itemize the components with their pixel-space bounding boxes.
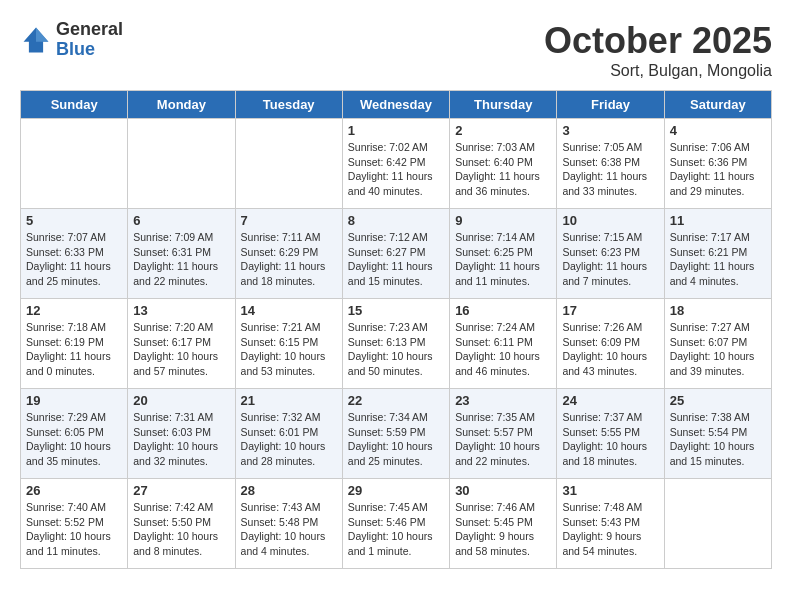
day-number: 30 — [455, 483, 551, 498]
day-number: 9 — [455, 213, 551, 228]
calendar-cell: 23Sunrise: 7:35 AMSunset: 5:57 PMDayligh… — [450, 389, 557, 479]
page-header: General Blue October 2025 Sort, Bulgan, … — [20, 20, 772, 80]
calendar-cell — [21, 119, 128, 209]
calendar-cell: 28Sunrise: 7:43 AMSunset: 5:48 PMDayligh… — [235, 479, 342, 569]
day-number: 31 — [562, 483, 658, 498]
header-row: SundayMondayTuesdayWednesdayThursdayFrid… — [21, 91, 772, 119]
day-number: 20 — [133, 393, 229, 408]
calendar-cell: 9Sunrise: 7:14 AMSunset: 6:25 PMDaylight… — [450, 209, 557, 299]
day-info: Sunrise: 7:43 AMSunset: 5:48 PMDaylight:… — [241, 500, 337, 559]
day-number: 5 — [26, 213, 122, 228]
day-info: Sunrise: 7:35 AMSunset: 5:57 PMDaylight:… — [455, 410, 551, 469]
logo-general-text: General — [56, 20, 123, 40]
calendar-cell: 3Sunrise: 7:05 AMSunset: 6:38 PMDaylight… — [557, 119, 664, 209]
month-title: October 2025 — [544, 20, 772, 62]
weekday-header: Sunday — [21, 91, 128, 119]
calendar-cell: 16Sunrise: 7:24 AMSunset: 6:11 PMDayligh… — [450, 299, 557, 389]
calendar-cell: 8Sunrise: 7:12 AMSunset: 6:27 PMDaylight… — [342, 209, 449, 299]
day-info: Sunrise: 7:26 AMSunset: 6:09 PMDaylight:… — [562, 320, 658, 379]
day-info: Sunrise: 7:38 AMSunset: 5:54 PMDaylight:… — [670, 410, 766, 469]
calendar-cell: 31Sunrise: 7:48 AMSunset: 5:43 PMDayligh… — [557, 479, 664, 569]
calendar-cell: 7Sunrise: 7:11 AMSunset: 6:29 PMDaylight… — [235, 209, 342, 299]
calendar-cell: 15Sunrise: 7:23 AMSunset: 6:13 PMDayligh… — [342, 299, 449, 389]
day-info: Sunrise: 7:17 AMSunset: 6:21 PMDaylight:… — [670, 230, 766, 289]
calendar-cell: 21Sunrise: 7:32 AMSunset: 6:01 PMDayligh… — [235, 389, 342, 479]
calendar-body: 1Sunrise: 7:02 AMSunset: 6:42 PMDaylight… — [21, 119, 772, 569]
calendar-cell — [235, 119, 342, 209]
calendar-week-row: 26Sunrise: 7:40 AMSunset: 5:52 PMDayligh… — [21, 479, 772, 569]
day-number: 27 — [133, 483, 229, 498]
calendar-cell: 2Sunrise: 7:03 AMSunset: 6:40 PMDaylight… — [450, 119, 557, 209]
day-info: Sunrise: 7:18 AMSunset: 6:19 PMDaylight:… — [26, 320, 122, 379]
day-number: 3 — [562, 123, 658, 138]
day-info: Sunrise: 7:06 AMSunset: 6:36 PMDaylight:… — [670, 140, 766, 199]
calendar-cell: 12Sunrise: 7:18 AMSunset: 6:19 PMDayligh… — [21, 299, 128, 389]
day-info: Sunrise: 7:09 AMSunset: 6:31 PMDaylight:… — [133, 230, 229, 289]
day-info: Sunrise: 7:14 AMSunset: 6:25 PMDaylight:… — [455, 230, 551, 289]
day-number: 18 — [670, 303, 766, 318]
calendar-week-row: 5Sunrise: 7:07 AMSunset: 6:33 PMDaylight… — [21, 209, 772, 299]
weekday-header: Saturday — [664, 91, 771, 119]
calendar-cell: 14Sunrise: 7:21 AMSunset: 6:15 PMDayligh… — [235, 299, 342, 389]
day-info: Sunrise: 7:45 AMSunset: 5:46 PMDaylight:… — [348, 500, 444, 559]
day-number: 2 — [455, 123, 551, 138]
day-info: Sunrise: 7:42 AMSunset: 5:50 PMDaylight:… — [133, 500, 229, 559]
day-number: 6 — [133, 213, 229, 228]
calendar-cell: 27Sunrise: 7:42 AMSunset: 5:50 PMDayligh… — [128, 479, 235, 569]
calendar-cell: 18Sunrise: 7:27 AMSunset: 6:07 PMDayligh… — [664, 299, 771, 389]
calendar-week-row: 19Sunrise: 7:29 AMSunset: 6:05 PMDayligh… — [21, 389, 772, 479]
day-info: Sunrise: 7:07 AMSunset: 6:33 PMDaylight:… — [26, 230, 122, 289]
day-number: 17 — [562, 303, 658, 318]
day-info: Sunrise: 7:40 AMSunset: 5:52 PMDaylight:… — [26, 500, 122, 559]
day-info: Sunrise: 7:29 AMSunset: 6:05 PMDaylight:… — [26, 410, 122, 469]
day-info: Sunrise: 7:21 AMSunset: 6:15 PMDaylight:… — [241, 320, 337, 379]
day-info: Sunrise: 7:46 AMSunset: 5:45 PMDaylight:… — [455, 500, 551, 559]
calendar-cell: 6Sunrise: 7:09 AMSunset: 6:31 PMDaylight… — [128, 209, 235, 299]
calendar-cell: 20Sunrise: 7:31 AMSunset: 6:03 PMDayligh… — [128, 389, 235, 479]
day-number: 26 — [26, 483, 122, 498]
day-info: Sunrise: 7:34 AMSunset: 5:59 PMDaylight:… — [348, 410, 444, 469]
day-number: 24 — [562, 393, 658, 408]
weekday-header: Tuesday — [235, 91, 342, 119]
day-info: Sunrise: 7:15 AMSunset: 6:23 PMDaylight:… — [562, 230, 658, 289]
day-info: Sunrise: 7:24 AMSunset: 6:11 PMDaylight:… — [455, 320, 551, 379]
calendar-cell: 11Sunrise: 7:17 AMSunset: 6:21 PMDayligh… — [664, 209, 771, 299]
title-block: October 2025 Sort, Bulgan, Mongolia — [544, 20, 772, 80]
day-info: Sunrise: 7:12 AMSunset: 6:27 PMDaylight:… — [348, 230, 444, 289]
day-number: 8 — [348, 213, 444, 228]
calendar-cell: 13Sunrise: 7:20 AMSunset: 6:17 PMDayligh… — [128, 299, 235, 389]
calendar-cell: 10Sunrise: 7:15 AMSunset: 6:23 PMDayligh… — [557, 209, 664, 299]
day-info: Sunrise: 7:37 AMSunset: 5:55 PMDaylight:… — [562, 410, 658, 469]
logo: General Blue — [20, 20, 123, 60]
calendar-header: SundayMondayTuesdayWednesdayThursdayFrid… — [21, 91, 772, 119]
calendar-cell: 24Sunrise: 7:37 AMSunset: 5:55 PMDayligh… — [557, 389, 664, 479]
day-info: Sunrise: 7:02 AMSunset: 6:42 PMDaylight:… — [348, 140, 444, 199]
logo-icon — [20, 24, 52, 56]
calendar-week-row: 1Sunrise: 7:02 AMSunset: 6:42 PMDaylight… — [21, 119, 772, 209]
day-number: 13 — [133, 303, 229, 318]
calendar-cell: 4Sunrise: 7:06 AMSunset: 6:36 PMDaylight… — [664, 119, 771, 209]
weekday-header: Thursday — [450, 91, 557, 119]
day-number: 21 — [241, 393, 337, 408]
day-info: Sunrise: 7:03 AMSunset: 6:40 PMDaylight:… — [455, 140, 551, 199]
calendar-cell: 25Sunrise: 7:38 AMSunset: 5:54 PMDayligh… — [664, 389, 771, 479]
calendar-cell: 1Sunrise: 7:02 AMSunset: 6:42 PMDaylight… — [342, 119, 449, 209]
day-info: Sunrise: 7:11 AMSunset: 6:29 PMDaylight:… — [241, 230, 337, 289]
calendar-cell: 22Sunrise: 7:34 AMSunset: 5:59 PMDayligh… — [342, 389, 449, 479]
calendar-cell: 17Sunrise: 7:26 AMSunset: 6:09 PMDayligh… — [557, 299, 664, 389]
day-number: 29 — [348, 483, 444, 498]
day-number: 10 — [562, 213, 658, 228]
day-number: 4 — [670, 123, 766, 138]
day-number: 19 — [26, 393, 122, 408]
calendar-table: SundayMondayTuesdayWednesdayThursdayFrid… — [20, 90, 772, 569]
calendar-cell: 5Sunrise: 7:07 AMSunset: 6:33 PMDaylight… — [21, 209, 128, 299]
day-number: 12 — [26, 303, 122, 318]
calendar-cell: 29Sunrise: 7:45 AMSunset: 5:46 PMDayligh… — [342, 479, 449, 569]
location: Sort, Bulgan, Mongolia — [544, 62, 772, 80]
day-number: 15 — [348, 303, 444, 318]
day-number: 22 — [348, 393, 444, 408]
day-info: Sunrise: 7:32 AMSunset: 6:01 PMDaylight:… — [241, 410, 337, 469]
calendar-cell: 26Sunrise: 7:40 AMSunset: 5:52 PMDayligh… — [21, 479, 128, 569]
day-number: 14 — [241, 303, 337, 318]
svg-marker-1 — [36, 27, 48, 41]
